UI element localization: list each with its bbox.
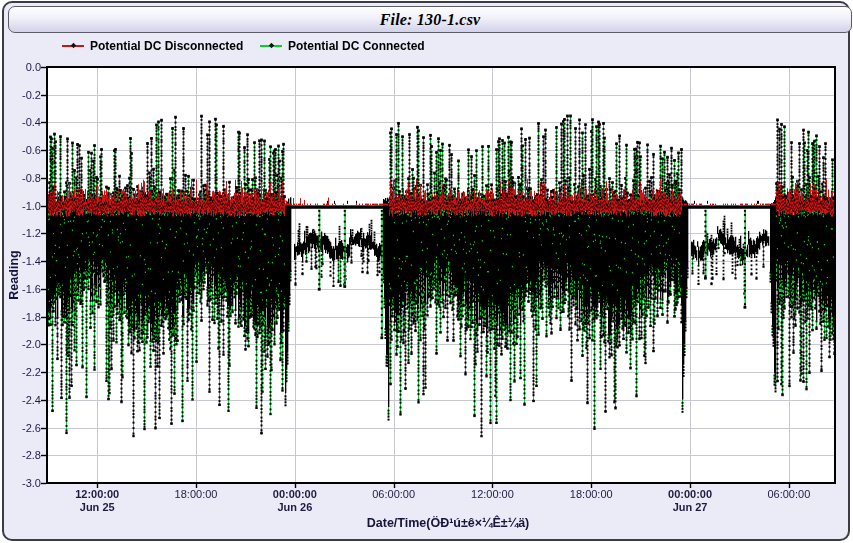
x-tick-date: Jun 26 — [253, 501, 337, 514]
legend-label: Potential DC Connected — [288, 39, 425, 53]
y-tick-label: -2.8 — [1, 449, 41, 461]
x-tick-label: 06:00:00 — [747, 488, 831, 501]
x-tick-time: 12:00:00 — [55, 488, 139, 501]
x-tick-label: 06:00:00 — [352, 488, 436, 501]
x-tick-time: 18:00:00 — [154, 488, 238, 501]
x-tick-label: 00:00:00Jun 27 — [648, 488, 732, 514]
x-tick-label: 12:00:00 — [450, 488, 534, 501]
x-tick-time: 18:00:00 — [549, 488, 633, 501]
y-tick-label: -0.6 — [1, 144, 41, 156]
x-tick-time: 00:00:00 — [648, 488, 732, 501]
y-tick-label: -0.8 — [1, 172, 41, 184]
series-line-icon — [62, 45, 84, 47]
x-tick-time: 06:00:00 — [352, 488, 436, 501]
series-marker-icon — [269, 43, 274, 48]
y-tick-label: -2.0 — [1, 338, 41, 350]
x-tick-label: 18:00:00 — [549, 488, 633, 501]
x-tick-label: 00:00:00Jun 26 — [253, 488, 337, 514]
x-tick-time: 12:00:00 — [450, 488, 534, 501]
y-tick-label: -1.8 — [1, 311, 41, 323]
x-tick-date: Jun 27 — [648, 501, 732, 514]
y-tick-label: 0.0 — [1, 61, 41, 73]
legend-item[interactable]: Potential DC Disconnected — [62, 39, 243, 53]
y-tick-label: -3.0 — [1, 477, 41, 489]
x-tick-label: 18:00:00 — [154, 488, 238, 501]
x-tick-time: 06:00:00 — [747, 488, 831, 501]
y-tick-label: -0.4 — [1, 116, 41, 128]
x-tick-label: 12:00:00Jun 25 — [55, 488, 139, 514]
y-tick-label: -2.4 — [1, 394, 41, 406]
x-axis-title: Date/Time(ÖÐ¹ú±ê×¼Ê±¼ä) — [367, 516, 530, 530]
x-tick-time: 00:00:00 — [253, 488, 337, 501]
x-tick-date: Jun 25 — [55, 501, 139, 514]
y-tick-label: -1.2 — [1, 227, 41, 239]
legend-item[interactable]: Potential DC Connected — [260, 39, 425, 53]
y-tick-label: -2.6 — [1, 422, 41, 434]
y-tick-label: -2.2 — [1, 366, 41, 378]
legend-label: Potential DC Disconnected — [90, 39, 243, 53]
y-tick-label: -1.0 — [1, 200, 41, 212]
series-line-icon — [260, 45, 282, 47]
series-marker-icon — [71, 43, 76, 48]
y-tick-label: -0.2 — [1, 89, 41, 101]
plot-canvas[interactable] — [0, 0, 853, 543]
y-axis-title: Reading — [7, 250, 21, 299]
